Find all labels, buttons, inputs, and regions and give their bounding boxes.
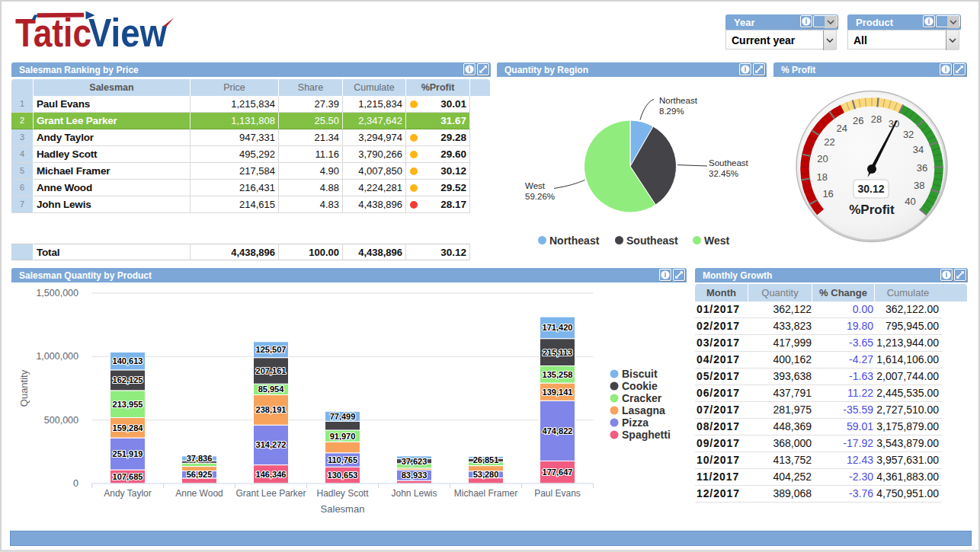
svg-text:162,125: 162,125 [113,375,143,384]
svg-text:110,765: 110,765 [328,455,357,464]
svg-text:i: i [469,65,471,73]
svg-text:159,284: 159,284 [113,423,144,432]
svg-text:8.29%: 8.29% [659,107,684,116]
svg-text:Cracker: Cracker [622,392,662,404]
svg-text:251,919: 251,919 [113,449,143,458]
svg-text:36: 36 [917,162,927,174]
svg-text:53,280: 53,280 [473,470,499,479]
svg-text:91,970: 91,970 [330,432,356,441]
svg-text:107,685: 107,685 [113,472,143,481]
svg-text:28: 28 [871,113,882,125]
svg-text:Northeast: Northeast [549,235,600,247]
svg-text:Salesman: Salesman [321,503,365,515]
svg-text:146,346: 146,346 [256,470,287,479]
svg-text:Anne Wood: Anne Wood [175,488,223,499]
svg-text:Southeast: Southeast [626,235,678,247]
svg-text:Spaghetti: Spaghetti [622,429,671,441]
svg-text:500,000: 500,000 [44,415,78,426]
svg-text:38: 38 [914,180,924,191]
svg-text:Grant Lee Parker: Grant Lee Parker [235,488,306,499]
svg-text:474,822: 474,822 [543,426,573,436]
svg-text:i: i [745,65,747,73]
svg-text:34: 34 [913,144,924,155]
svg-text:1,000,000: 1,000,000 [36,351,78,362]
svg-text:77,499: 77,499 [330,412,356,421]
svg-text:Cookie: Cookie [622,380,658,392]
svg-text:View: View [88,11,167,53]
svg-text:24: 24 [837,123,847,134]
svg-text:85,954: 85,954 [258,384,285,394]
svg-text:Lasagna: Lasagna [622,404,665,416]
svg-text:i: i [945,65,947,73]
svg-text:238,191: 238,191 [256,405,287,414]
svg-text:0: 0 [73,478,78,489]
svg-text:37,623: 37,623 [402,457,428,466]
svg-text:26,851: 26,851 [473,455,499,464]
svg-text:59.26%: 59.26% [525,192,555,201]
svg-text:1,500,000: 1,500,000 [36,288,78,298]
svg-text:125,507: 125,507 [256,345,287,354]
svg-text:Pizza: Pizza [622,416,649,429]
svg-text:18: 18 [817,171,828,183]
svg-text:139,141: 139,141 [543,388,573,397]
svg-text:Paul Evans: Paul Evans [534,488,581,499]
svg-text:Andy Taylor: Andy Taylor [104,488,151,499]
svg-text:Biscuit: Biscuit [622,368,658,380]
svg-text:Southeast: Southeast [709,158,749,168]
svg-text:207,161: 207,161 [256,366,287,375]
svg-text:32.45%: 32.45% [709,169,738,178]
svg-text:171,420: 171,420 [543,323,573,332]
svg-text:56,925: 56,925 [187,470,213,479]
svg-text:Michael Framer: Michael Framer [454,488,517,499]
svg-text:22: 22 [824,136,834,148]
svg-text:i: i [805,17,808,25]
svg-text:West: West [525,181,546,190]
svg-text:26: 26 [853,115,863,126]
svg-text:i: i [946,270,948,279]
svg-text:140,613: 140,613 [113,356,143,365]
svg-text:%Profit: %Profit [849,203,895,217]
svg-text:83,933: 83,933 [402,471,428,480]
svg-text:37,836: 37,836 [187,454,213,463]
svg-text:i: i [665,270,667,279]
svg-text:32: 32 [903,129,914,140]
svg-text:16: 16 [822,188,833,199]
svg-text:Hadley Scott: Hadley Scott [316,488,369,499]
svg-text:177,647: 177,647 [543,467,573,477]
svg-text:Northeast: Northeast [659,96,698,105]
svg-text:215,113: 215,113 [543,348,572,357]
svg-text:Quantity: Quantity [18,369,30,407]
svg-text:John Lewis: John Lewis [391,488,437,499]
svg-text:40: 40 [905,196,915,207]
svg-text:West: West [704,235,730,247]
svg-text:i: i [928,17,930,25]
svg-text:20: 20 [817,153,828,164]
svg-text:30.12: 30.12 [857,183,884,195]
svg-text:213,955: 213,955 [113,400,143,409]
svg-text:130,653: 130,653 [328,471,358,480]
svg-text:135,258: 135,258 [543,370,573,379]
svg-text:314,272: 314,272 [256,440,287,449]
